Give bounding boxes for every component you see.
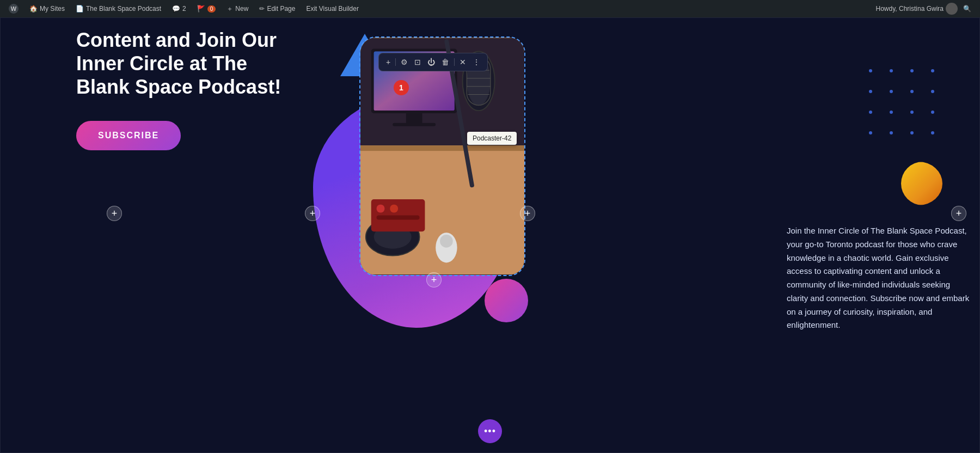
toolbar-duplicate-icon[interactable]: ⊡ bbox=[413, 57, 422, 68]
svg-rect-6 bbox=[393, 123, 436, 126]
add-column-left[interactable]: + bbox=[107, 206, 122, 221]
image-toolbar[interactable]: + ⚙ ⊡ ⏻ 🗑 ✕ ⋮ bbox=[378, 53, 488, 71]
howdy-menu[interactable]: Howdy, Christina Gwira 🔍 bbox=[872, 3, 976, 15]
svg-rect-8 bbox=[360, 145, 524, 151]
dot-10 bbox=[890, 111, 893, 114]
my-sites-label: My Sites bbox=[40, 5, 65, 13]
exit-builder-button[interactable]: Exit Visual Builder bbox=[302, 0, 363, 17]
comments-icon: 💬 bbox=[172, 5, 180, 13]
dot-12 bbox=[931, 111, 934, 114]
right-body-text: Join the Inner Circle of The Blank Space… bbox=[787, 224, 972, 332]
dot-14 bbox=[890, 131, 893, 134]
admin-bar-right: Howdy, Christina Gwira 🔍 bbox=[872, 3, 976, 15]
avatar-icon bbox=[946, 3, 958, 15]
section-options-button[interactable]: ••• bbox=[478, 419, 502, 443]
module-badge: 1 bbox=[394, 80, 409, 95]
svg-rect-14 bbox=[377, 216, 420, 220]
dot-13 bbox=[869, 131, 872, 134]
exit-builder-label: Exit Visual Builder bbox=[306, 5, 359, 13]
element-tooltip: Podcaster-42 bbox=[467, 132, 517, 145]
subscribe-button[interactable]: SUBSCRIBE bbox=[76, 121, 181, 150]
toolbar-settings-icon[interactable]: ⚙ bbox=[399, 57, 409, 68]
add-module-button[interactable]: + bbox=[426, 272, 442, 287]
dot-11 bbox=[910, 111, 914, 114]
golden-crescent-decoration bbox=[901, 162, 945, 205]
add-column-center[interactable]: + bbox=[305, 206, 320, 221]
feedback-icon: 🚩 bbox=[197, 5, 205, 13]
dot-4 bbox=[931, 69, 934, 72]
wp-logo[interactable]: W bbox=[4, 0, 23, 17]
my-sites-menu[interactable]: 🏠 My Sites bbox=[25, 0, 69, 17]
dot-8 bbox=[931, 90, 934, 93]
toolbar-separator-2 bbox=[454, 58, 455, 66]
plus-icon: ＋ bbox=[226, 4, 233, 14]
dot-6 bbox=[890, 90, 893, 93]
image-card bbox=[359, 36, 525, 276]
howdy-text: Howdy, Christina Gwira bbox=[876, 5, 944, 13]
dot-5 bbox=[869, 90, 872, 93]
left-content-area: Content and Join Our Inner Circle at The… bbox=[76, 28, 305, 150]
feedback-link[interactable]: 🚩 0 bbox=[193, 0, 220, 17]
add-column-right[interactable]: + bbox=[520, 206, 535, 221]
comments-count: 2 bbox=[182, 5, 186, 13]
dot-3 bbox=[910, 69, 914, 72]
dot-9 bbox=[869, 111, 872, 114]
site-icon: 📄 bbox=[76, 5, 84, 13]
svg-rect-13 bbox=[390, 205, 398, 213]
dot-1 bbox=[869, 69, 872, 72]
dot-16 bbox=[931, 131, 934, 134]
wordpress-icon: W bbox=[9, 4, 19, 14]
image-add-button[interactable]: + bbox=[426, 272, 442, 287]
pencil-icon: ✏ bbox=[259, 5, 265, 13]
toolbar-delete-icon[interactable]: 🗑 bbox=[440, 57, 451, 68]
site-name-link[interactable]: 📄 The Blank Space Podcast bbox=[71, 0, 166, 17]
dot-2 bbox=[890, 69, 893, 72]
dot-grid-decoration bbox=[869, 69, 942, 142]
page-canvas: Content and Join Our Inner Circle at The… bbox=[0, 17, 980, 453]
home-icon: 🏠 bbox=[29, 5, 38, 13]
edit-page-button[interactable]: ✏ Edit Page bbox=[255, 0, 299, 17]
dot-15 bbox=[910, 131, 914, 134]
edit-page-label: Edit Page bbox=[267, 5, 295, 13]
toolbar-more-icon[interactable]: ⋮ bbox=[471, 57, 482, 68]
dot-7 bbox=[910, 90, 914, 93]
toolbar-disable-icon[interactable]: ⏻ bbox=[426, 57, 437, 68]
feedback-badge: 0 bbox=[207, 5, 216, 13]
search-icon[interactable]: 🔍 bbox=[963, 5, 971, 13]
toolbar-add-icon[interactable]: + bbox=[384, 57, 392, 68]
admin-bar: W 🏠 My Sites 📄 The Blank Space Podcast 💬… bbox=[0, 0, 980, 17]
podcast-image bbox=[360, 38, 524, 275]
svg-rect-5 bbox=[406, 113, 422, 124]
toolbar-separator-1 bbox=[395, 58, 396, 66]
add-column-far-right[interactable]: + bbox=[951, 206, 966, 221]
svg-rect-12 bbox=[377, 205, 385, 213]
new-button[interactable]: ＋ New bbox=[222, 0, 253, 17]
toolbar-close-icon[interactable]: ✕ bbox=[458, 57, 468, 68]
page-title: Content and Join Our Inner Circle at The… bbox=[76, 28, 305, 99]
pink-circle-decoration bbox=[485, 279, 528, 322]
site-name-label: The Blank Space Podcast bbox=[86, 5, 161, 13]
new-label: New bbox=[235, 5, 248, 13]
three-dots-icon: ••• bbox=[484, 426, 496, 437]
svg-point-24 bbox=[440, 235, 453, 248]
comments-link[interactable]: 💬 2 bbox=[168, 0, 191, 17]
